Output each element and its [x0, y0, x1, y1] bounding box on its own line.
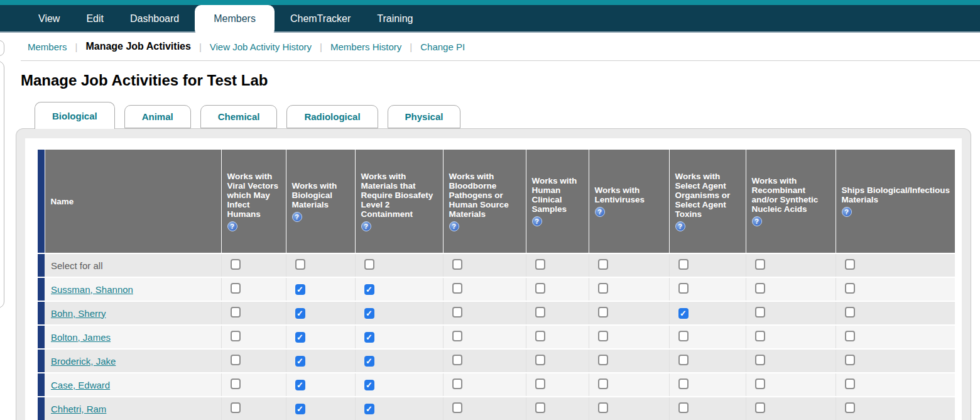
- activity-checkbox[interactable]: [452, 402, 462, 413]
- nav-item-chemtracker[interactable]: ChemTracker: [280, 5, 361, 33]
- activity-checkbox[interactable]: [452, 355, 462, 365]
- activity-checkbox[interactable]: [535, 402, 545, 413]
- member-link-chhetri-ram[interactable]: Chhetri, Ram: [51, 404, 106, 414]
- activity-checkbox[interactable]: [231, 307, 241, 318]
- subnav-link-members[interactable]: Members: [28, 41, 67, 52]
- activity-checkbox[interactable]: [364, 332, 374, 343]
- activity-checkbox[interactable]: [845, 355, 855, 365]
- checkbox-cell: [526, 301, 589, 325]
- activity-checkbox[interactable]: [452, 379, 462, 389]
- nav-item-dashboard[interactable]: Dashboard: [119, 5, 190, 33]
- activity-checkbox[interactable]: [755, 283, 765, 294]
- help-icon[interactable]: ?: [675, 221, 685, 231]
- activity-checkbox[interactable]: [295, 404, 305, 414]
- activity-checkbox[interactable]: [678, 308, 689, 319]
- activity-checkbox[interactable]: [678, 331, 689, 341]
- help-icon[interactable]: ?: [227, 221, 237, 231]
- tab-radiological[interactable]: Radiological: [286, 105, 378, 128]
- select-all-checkbox[interactable]: [535, 259, 545, 270]
- member-link-bolton-james[interactable]: Bolton, James: [51, 332, 111, 343]
- nav-item-members[interactable]: Members: [195, 5, 275, 36]
- activity-checkbox[interactable]: [364, 380, 374, 390]
- activity-checkbox[interactable]: [598, 331, 608, 341]
- member-link-broderick-jake[interactable]: Broderick, Jake: [51, 356, 116, 367]
- activity-checkbox[interactable]: [755, 402, 765, 413]
- activity-checkbox[interactable]: [598, 307, 608, 318]
- member-link-sussman-shannon[interactable]: Sussman, Shannon: [51, 284, 133, 295]
- subnav-link-members-history[interactable]: Members History: [330, 41, 401, 52]
- subnav-link-change-pi[interactable]: Change PI: [420, 41, 465, 52]
- activity-checkbox[interactable]: [295, 284, 305, 295]
- activity-checkbox[interactable]: [678, 402, 689, 413]
- member-link-bohn-sherry[interactable]: Bohn, Sherry: [51, 308, 106, 319]
- tab-chemical[interactable]: Chemical: [200, 105, 278, 128]
- help-icon[interactable]: ?: [532, 216, 542, 226]
- help-icon[interactable]: ?: [595, 207, 605, 217]
- activity-checkbox[interactable]: [845, 402, 855, 413]
- activity-checkbox[interactable]: [678, 283, 689, 294]
- help-icon[interactable]: ?: [292, 212, 302, 222]
- activity-checkbox[interactable]: [364, 356, 374, 367]
- help-icon[interactable]: ?: [842, 207, 852, 217]
- activity-checkbox[interactable]: [295, 308, 305, 319]
- select-all-checkbox[interactable]: [231, 259, 241, 270]
- activity-checkbox[interactable]: [452, 331, 462, 341]
- activity-checkbox[interactable]: [452, 307, 462, 318]
- main-navbar: ViewEditDashboardMembersChemTrackerTrain…: [0, 5, 980, 33]
- tab-animal[interactable]: Animal: [124, 105, 191, 128]
- activity-checkbox[interactable]: [364, 308, 374, 319]
- activity-checkbox[interactable]: [231, 355, 241, 365]
- nav-item-edit[interactable]: Edit: [75, 5, 114, 33]
- activity-checkbox[interactable]: [598, 402, 608, 413]
- activity-checkbox[interactable]: [598, 283, 608, 294]
- activity-checkbox[interactable]: [598, 355, 608, 365]
- select-all-checkbox[interactable]: [678, 259, 689, 270]
- activity-checkbox[interactable]: [845, 379, 855, 389]
- table-row: Sussman, Shannon: [38, 277, 955, 301]
- activity-checkbox[interactable]: [535, 355, 545, 365]
- activity-checkbox[interactable]: [231, 283, 241, 294]
- checkbox-cell: [836, 373, 955, 397]
- activity-checkbox[interactable]: [295, 332, 305, 343]
- select-all-checkbox[interactable]: [295, 259, 305, 270]
- nav-item-training[interactable]: Training: [366, 5, 423, 33]
- activity-checkbox[interactable]: [295, 380, 305, 390]
- checkbox-cell: [355, 373, 443, 397]
- activity-checkbox[interactable]: [845, 307, 855, 318]
- activity-checkbox[interactable]: [755, 331, 765, 341]
- help-icon[interactable]: ?: [449, 221, 459, 231]
- activity-checkbox[interactable]: [678, 379, 689, 389]
- tab-physical[interactable]: Physical: [388, 105, 461, 128]
- checkbox-cell: [746, 301, 836, 325]
- help-icon[interactable]: ?: [361, 221, 371, 231]
- activity-checkbox[interactable]: [231, 402, 241, 413]
- activity-checkbox[interactable]: [364, 404, 374, 414]
- select-all-checkbox[interactable]: [364, 259, 374, 270]
- activity-checkbox[interactable]: [755, 379, 765, 389]
- activity-checkbox[interactable]: [845, 331, 855, 341]
- column-header-works-with-bloodborne-pathogens-or-human-source-materials: Works with Bloodborne Pathogens or Human…: [443, 150, 526, 253]
- activity-checkbox[interactable]: [755, 355, 765, 365]
- subnav-link-view-job-activity-history[interactable]: View Job Activity History: [210, 41, 312, 52]
- activity-checkbox[interactable]: [755, 307, 765, 318]
- select-all-checkbox[interactable]: [845, 259, 855, 270]
- select-all-checkbox[interactable]: [452, 259, 462, 270]
- activity-checkbox[interactable]: [295, 356, 305, 367]
- activity-checkbox[interactable]: [535, 283, 545, 294]
- activity-checkbox[interactable]: [535, 307, 545, 318]
- help-icon[interactable]: ?: [752, 216, 762, 226]
- select-all-checkbox[interactable]: [598, 259, 608, 270]
- activity-checkbox[interactable]: [364, 284, 374, 295]
- activity-checkbox[interactable]: [535, 379, 545, 389]
- activity-checkbox[interactable]: [452, 283, 462, 294]
- select-all-checkbox[interactable]: [755, 259, 765, 270]
- member-link-case-edward[interactable]: Case, Edward: [51, 380, 110, 390]
- activity-checkbox[interactable]: [598, 379, 608, 389]
- activity-checkbox[interactable]: [231, 331, 241, 341]
- tab-biological[interactable]: Biological: [35, 102, 115, 129]
- activity-checkbox[interactable]: [535, 331, 545, 341]
- activity-checkbox[interactable]: [678, 355, 689, 365]
- nav-item-view[interactable]: View: [28, 5, 70, 33]
- activity-checkbox[interactable]: [231, 379, 241, 389]
- activity-checkbox[interactable]: [845, 283, 855, 294]
